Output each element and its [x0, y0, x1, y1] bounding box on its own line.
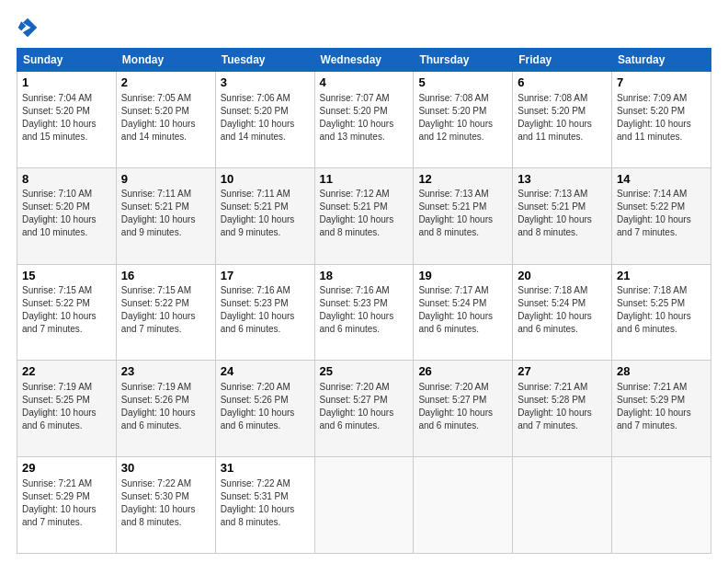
day-info: Sunrise: 7:05 AM Sunset: 5:20 PM Dayligh…	[121, 92, 210, 144]
calendar-cell: 14Sunrise: 7:14 AM Sunset: 5:22 PM Dayli…	[612, 167, 711, 264]
calendar-cell: 28Sunrise: 7:21 AM Sunset: 5:29 PM Dayli…	[612, 361, 711, 457]
day-number: 14	[617, 171, 706, 188]
calendar-week-1: 1Sunrise: 7:04 AM Sunset: 5:20 PM Daylig…	[17, 72, 711, 168]
calendar-cell	[414, 457, 513, 554]
calendar-cell	[612, 457, 711, 554]
day-info: Sunrise: 7:12 AM Sunset: 5:21 PM Dayligh…	[320, 188, 409, 239]
day-number: 25	[320, 363, 409, 380]
col-friday: Friday	[513, 49, 612, 72]
day-info: Sunrise: 7:11 AM Sunset: 5:21 PM Dayligh…	[121, 188, 210, 239]
calendar-cell: 12Sunrise: 7:13 AM Sunset: 5:21 PM Dayli…	[414, 167, 513, 264]
header	[17, 17, 711, 39]
calendar-cell	[314, 457, 414, 554]
calendar-cell: 19Sunrise: 7:17 AM Sunset: 5:24 PM Dayli…	[414, 264, 513, 361]
day-number: 6	[518, 75, 607, 91]
day-number: 3	[221, 75, 310, 91]
calendar-cell: 2Sunrise: 7:05 AM Sunset: 5:20 PM Daylig…	[116, 72, 215, 168]
calendar-cell: 5Sunrise: 7:08 AM Sunset: 5:20 PM Daylig…	[414, 72, 513, 168]
calendar-cell: 7Sunrise: 7:09 AM Sunset: 5:20 PM Daylig…	[612, 72, 711, 168]
day-info: Sunrise: 7:18 AM Sunset: 5:25 PM Dayligh…	[617, 284, 706, 336]
day-info: Sunrise: 7:08 AM Sunset: 5:20 PM Dayligh…	[518, 92, 607, 144]
calendar-cell: 22Sunrise: 7:19 AM Sunset: 5:25 PM Dayli…	[17, 361, 117, 457]
day-number: 22	[22, 363, 111, 380]
day-number: 17	[221, 268, 310, 284]
day-info: Sunrise: 7:14 AM Sunset: 5:22 PM Dayligh…	[617, 188, 706, 239]
day-number: 8	[22, 171, 111, 188]
col-sunday: Sunday	[17, 49, 117, 72]
day-info: Sunrise: 7:20 AM Sunset: 5:26 PM Dayligh…	[221, 381, 310, 432]
day-info: Sunrise: 7:16 AM Sunset: 5:23 PM Dayligh…	[221, 284, 310, 336]
day-info: Sunrise: 7:19 AM Sunset: 5:25 PM Dayligh…	[22, 381, 111, 432]
calendar-week-4: 22Sunrise: 7:19 AM Sunset: 5:25 PM Dayli…	[17, 361, 711, 457]
day-number: 18	[320, 268, 409, 284]
calendar-cell: 15Sunrise: 7:15 AM Sunset: 5:22 PM Dayli…	[17, 264, 117, 361]
day-number: 2	[121, 75, 210, 91]
day-number: 30	[121, 460, 210, 477]
calendar-cell: 30Sunrise: 7:22 AM Sunset: 5:30 PM Dayli…	[116, 457, 215, 554]
col-monday: Monday	[116, 49, 215, 72]
calendar-cell	[513, 457, 612, 554]
day-info: Sunrise: 7:21 AM Sunset: 5:28 PM Dayligh…	[518, 381, 607, 432]
calendar-cell: 18Sunrise: 7:16 AM Sunset: 5:23 PM Dayli…	[314, 264, 414, 361]
day-number: 10	[221, 171, 310, 188]
day-number: 13	[518, 171, 607, 188]
day-info: Sunrise: 7:09 AM Sunset: 5:20 PM Dayligh…	[617, 92, 706, 144]
day-number: 5	[418, 75, 507, 91]
calendar-cell: 4Sunrise: 7:07 AM Sunset: 5:20 PM Daylig…	[314, 72, 414, 168]
day-info: Sunrise: 7:10 AM Sunset: 5:20 PM Dayligh…	[22, 188, 111, 239]
day-number: 20	[518, 268, 607, 284]
calendar-cell: 26Sunrise: 7:20 AM Sunset: 5:27 PM Dayli…	[414, 361, 513, 457]
calendar-cell: 9Sunrise: 7:11 AM Sunset: 5:21 PM Daylig…	[116, 167, 215, 264]
calendar-cell: 3Sunrise: 7:06 AM Sunset: 5:20 PM Daylig…	[215, 72, 314, 168]
logo-icon	[17, 17, 39, 39]
day-info: Sunrise: 7:21 AM Sunset: 5:29 PM Dayligh…	[22, 477, 111, 529]
day-info: Sunrise: 7:08 AM Sunset: 5:20 PM Dayligh…	[418, 92, 507, 144]
day-number: 1	[22, 75, 111, 91]
calendar-cell: 31Sunrise: 7:22 AM Sunset: 5:31 PM Dayli…	[215, 457, 314, 554]
day-info: Sunrise: 7:13 AM Sunset: 5:21 PM Dayligh…	[418, 188, 507, 239]
day-number: 19	[418, 268, 507, 284]
svg-marker-0	[23, 18, 37, 38]
day-info: Sunrise: 7:15 AM Sunset: 5:22 PM Dayligh…	[22, 284, 111, 336]
col-wednesday: Wednesday	[314, 49, 414, 72]
calendar-cell: 24Sunrise: 7:20 AM Sunset: 5:26 PM Dayli…	[215, 361, 314, 457]
day-info: Sunrise: 7:22 AM Sunset: 5:31 PM Dayligh…	[221, 477, 310, 529]
calendar-cell: 25Sunrise: 7:20 AM Sunset: 5:27 PM Dayli…	[314, 361, 414, 457]
day-info: Sunrise: 7:19 AM Sunset: 5:26 PM Dayligh…	[121, 381, 210, 432]
calendar-cell: 1Sunrise: 7:04 AM Sunset: 5:20 PM Daylig…	[17, 72, 117, 168]
day-info: Sunrise: 7:06 AM Sunset: 5:20 PM Dayligh…	[221, 92, 310, 144]
day-info: Sunrise: 7:11 AM Sunset: 5:21 PM Dayligh…	[221, 188, 310, 239]
day-info: Sunrise: 7:07 AM Sunset: 5:20 PM Dayligh…	[320, 92, 409, 144]
day-number: 16	[121, 268, 210, 284]
calendar-cell: 21Sunrise: 7:18 AM Sunset: 5:25 PM Dayli…	[612, 264, 711, 361]
page: Sunday Monday Tuesday Wednesday Thursday…	[0, 0, 728, 563]
calendar-cell: 11Sunrise: 7:12 AM Sunset: 5:21 PM Dayli…	[314, 167, 414, 264]
day-number: 9	[121, 171, 210, 188]
day-info: Sunrise: 7:22 AM Sunset: 5:30 PM Dayligh…	[121, 477, 210, 529]
day-info: Sunrise: 7:13 AM Sunset: 5:21 PM Dayligh…	[518, 188, 607, 239]
calendar-cell: 20Sunrise: 7:18 AM Sunset: 5:24 PM Dayli…	[513, 264, 612, 361]
day-number: 31	[221, 460, 310, 477]
day-number: 7	[617, 75, 706, 91]
calendar-cell: 17Sunrise: 7:16 AM Sunset: 5:23 PM Dayli…	[215, 264, 314, 361]
day-info: Sunrise: 7:20 AM Sunset: 5:27 PM Dayligh…	[320, 381, 409, 432]
header-row: Sunday Monday Tuesday Wednesday Thursday…	[17, 49, 711, 72]
logo	[17, 17, 42, 39]
day-number: 15	[22, 268, 111, 284]
day-info: Sunrise: 7:20 AM Sunset: 5:27 PM Dayligh…	[418, 381, 507, 432]
calendar-week-2: 8Sunrise: 7:10 AM Sunset: 5:20 PM Daylig…	[17, 167, 711, 264]
calendar-cell: 23Sunrise: 7:19 AM Sunset: 5:26 PM Dayli…	[116, 361, 215, 457]
calendar-cell: 29Sunrise: 7:21 AM Sunset: 5:29 PM Dayli…	[17, 457, 117, 554]
day-number: 11	[320, 171, 409, 188]
calendar-cell: 6Sunrise: 7:08 AM Sunset: 5:20 PM Daylig…	[513, 72, 612, 168]
day-number: 27	[518, 363, 607, 380]
day-info: Sunrise: 7:16 AM Sunset: 5:23 PM Dayligh…	[320, 284, 409, 336]
day-number: 26	[418, 363, 507, 380]
calendar-cell: 13Sunrise: 7:13 AM Sunset: 5:21 PM Dayli…	[513, 167, 612, 264]
calendar-cell: 8Sunrise: 7:10 AM Sunset: 5:20 PM Daylig…	[17, 167, 117, 264]
calendar-week-3: 15Sunrise: 7:15 AM Sunset: 5:22 PM Dayli…	[17, 264, 711, 361]
col-tuesday: Tuesday	[215, 49, 314, 72]
day-number: 23	[121, 363, 210, 380]
col-saturday: Saturday	[612, 49, 711, 72]
day-number: 28	[617, 363, 706, 380]
